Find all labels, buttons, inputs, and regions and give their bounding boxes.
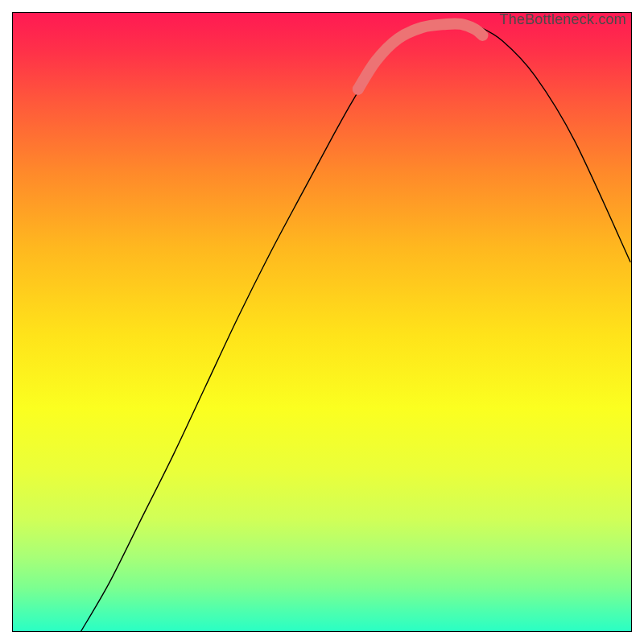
optimal-range-start-dot <box>353 84 364 95</box>
optimal-range-highlight <box>358 23 483 89</box>
bottleneck-curve <box>81 23 630 631</box>
chart-overlay <box>13 13 631 631</box>
bottleneck-chart: TheBottleneck.com <box>12 12 632 632</box>
